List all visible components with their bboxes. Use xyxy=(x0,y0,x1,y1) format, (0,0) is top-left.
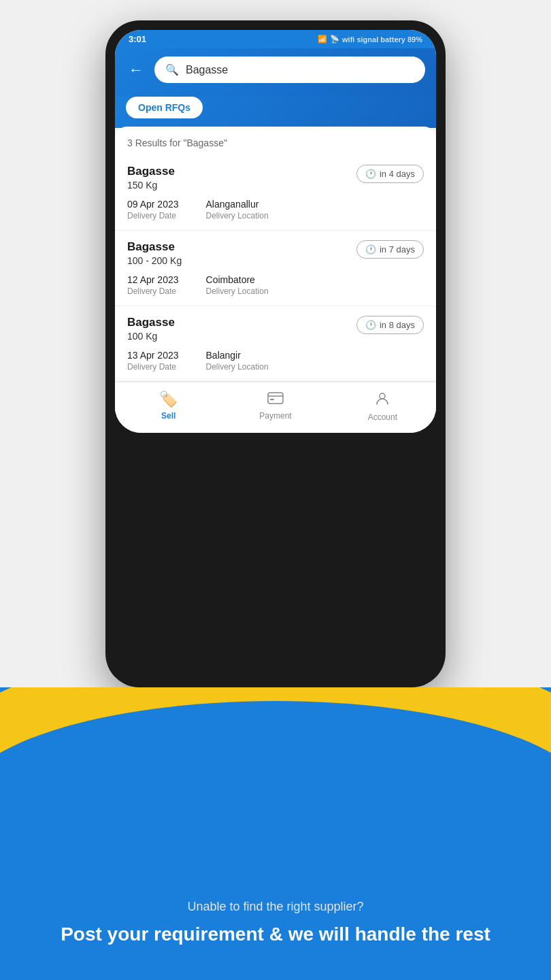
status-time: 3:01 xyxy=(129,34,146,44)
phone-shell: 3:01 📶 📡 wifi signal battery 89% ← 🔍 Bag… xyxy=(105,20,446,687)
search-icon: 🔍 xyxy=(165,63,179,76)
payment-icon xyxy=(267,391,284,408)
signal-icon: 📡 xyxy=(330,35,339,44)
card-1-qty: 150 Kg xyxy=(127,180,175,191)
bottom-nav: 🏷️ Sell Payment xyxy=(115,382,436,433)
results-summary: 3 Results for "Bagasse" xyxy=(115,127,436,155)
card-2-title: Bagasse xyxy=(127,240,182,254)
card-1-title: Bagasse xyxy=(127,165,175,178)
bottom-text: Unable to find the right supplier? Post … xyxy=(33,900,518,946)
clock-icon-2: 🕐 xyxy=(365,244,376,255)
filter-area: Open RFQs xyxy=(115,97,436,128)
result-card-1[interactable]: Bagasse 150 Kg 🕐 in 4 days 09 Apr 2023 D… xyxy=(115,155,436,231)
card-2-date: 12 Apr 2023 xyxy=(127,274,179,285)
card-2-qty: 100 - 200 Kg xyxy=(127,255,182,266)
nav-payment[interactable]: Payment xyxy=(222,388,329,425)
back-button[interactable]: ← xyxy=(126,59,146,82)
nav-payment-label: Payment xyxy=(259,411,291,421)
card-3-location: Balangir xyxy=(206,350,269,361)
card-1-date: 09 Apr 2023 xyxy=(127,199,179,210)
nav-sell-label: Sell xyxy=(161,411,176,421)
card-2-time-badge: 🕐 in 7 days xyxy=(356,240,424,259)
result-card-2[interactable]: Bagasse 100 - 200 Kg 🕐 in 7 days 12 Apr … xyxy=(115,231,436,306)
bottom-title: Post your requirement & we will handle t… xyxy=(61,922,490,946)
search-input[interactable]: Bagasse xyxy=(186,64,228,76)
card-3-date: 13 Apr 2023 xyxy=(127,350,179,361)
result-card-3[interactable]: Bagasse 100 Kg 🕐 in 8 days 13 Apr 2023 D… xyxy=(115,306,436,382)
card-2-location: Coimbatore xyxy=(206,274,269,285)
card-1-time-badge: 🕐 in 4 days xyxy=(356,165,424,183)
sell-icon: 🏷️ xyxy=(159,391,178,408)
nav-account-label: Account xyxy=(368,412,397,422)
svg-rect-0 xyxy=(268,393,283,404)
clock-icon-1: 🕐 xyxy=(365,169,376,179)
card-3-title: Bagasse xyxy=(127,316,175,329)
status-bar: 3:01 📶 📡 wifi signal battery 89% xyxy=(115,30,436,48)
battery-text: wifi signal battery 89% xyxy=(342,35,422,44)
bottom-section: Unable to find the right supplier? Post … xyxy=(0,687,551,980)
search-bar[interactable]: 🔍 Bagasse xyxy=(154,56,425,83)
svg-point-3 xyxy=(380,393,385,399)
clock-icon-3: 🕐 xyxy=(365,320,376,330)
account-icon xyxy=(375,391,390,410)
header: ← 🔍 Bagasse xyxy=(115,48,436,97)
card-1-location: Alanganallur xyxy=(206,199,269,210)
status-icons: 📶 📡 wifi signal battery 89% xyxy=(318,35,422,44)
phone-screen: 3:01 📶 📡 wifi signal battery 89% ← 🔍 Bag… xyxy=(115,30,436,433)
blue-inner-arc xyxy=(0,701,551,905)
bottom-subtitle: Unable to find the right supplier? xyxy=(61,900,490,914)
open-rfq-button[interactable]: Open RFQs xyxy=(126,97,203,118)
nav-sell[interactable]: 🏷️ Sell xyxy=(115,388,222,425)
nav-account[interactable]: Account xyxy=(329,388,436,425)
results-panel: 3 Results for "Bagasse" Bagasse 150 Kg 🕐… xyxy=(115,127,436,433)
svg-rect-2 xyxy=(270,399,274,400)
card-3-time-badge: 🕐 in 8 days xyxy=(356,316,424,334)
wifi-icon: 📶 xyxy=(318,35,327,44)
card-3-qty: 100 Kg xyxy=(127,331,175,342)
